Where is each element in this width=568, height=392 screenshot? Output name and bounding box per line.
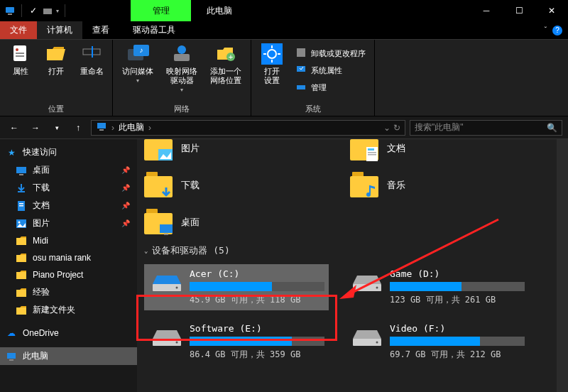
svg-line-58: [348, 219, 498, 295]
drive-item[interactable]: Acer (C:)45.9 GB 可用，共 118 GB: [144, 264, 329, 310]
address-bar-row: ← → ▾ ↑ › 此电脑 › ⌄ ↻ 搜索"此电脑" 🔍: [0, 116, 568, 139]
btn-open-settings[interactable]: 打开 设置: [257, 43, 287, 85]
open-folder-icon: [45, 43, 67, 65]
btn-rename[interactable]: 重命名: [77, 43, 106, 76]
btn-map-network-drive[interactable]: 映射网络 驱动器▾: [163, 43, 201, 93]
folder-name: 文档: [387, 142, 405, 155]
nav-tree[interactable]: ★ 快速访问 桌面📌下载📌文档📌图片📌Midiosu mania rankPia…: [0, 139, 137, 392]
qat-chevron-icon[interactable]: ▾: [56, 8, 59, 14]
lnk-manage[interactable]: 管理: [293, 80, 368, 95]
svg-marker-59: [339, 285, 356, 299]
addr-dropdown-icon[interactable]: ⌄: [383, 123, 390, 133]
picture-icon: [16, 218, 27, 229]
help-icon[interactable]: ?: [552, 26, 562, 36]
sidebar-item[interactable]: 下载📌: [0, 179, 137, 197]
svg-rect-37: [16, 272, 26, 279]
addr-refresh-icon[interactable]: ↻: [393, 123, 400, 133]
drive-usage-text: 69.7 GB 可用，共 212 GB: [390, 349, 525, 361]
folder-item[interactable]: 音乐: [350, 172, 520, 199]
folder-item[interactable]: 文档: [350, 139, 520, 162]
nav-back-button[interactable]: ←: [6, 119, 23, 136]
svg-text:+: +: [229, 53, 233, 61]
group-system-label: 系统: [257, 102, 368, 114]
nav-quick-access[interactable]: ★ 快速访问: [0, 143, 137, 161]
svg-rect-2: [43, 9, 52, 14]
nav-recent-button[interactable]: ▾: [48, 119, 65, 136]
sidebar-item[interactable]: 经验: [0, 283, 137, 301]
minimize-button[interactable]: ─: [470, 0, 503, 21]
svg-rect-49: [164, 234, 168, 235]
tab-drive-tools[interactable]: 驱动器工具: [123, 21, 185, 39]
scrollbar-vertical[interactable]: [557, 139, 568, 392]
group-network-label: 网络: [119, 102, 245, 114]
pin-icon: 📌: [121, 219, 130, 227]
lnk-system-properties[interactable]: 系统属性: [293, 62, 368, 78]
svg-rect-46: [368, 154, 376, 156]
svg-rect-23: [297, 66, 305, 72]
sidebar-item-label: osu mania rank: [33, 253, 91, 263]
svg-rect-29: [18, 191, 25, 192]
folder-item[interactable]: 图片: [144, 139, 315, 162]
nav-forward-button[interactable]: →: [27, 119, 44, 136]
svg-rect-32: [19, 205, 23, 207]
sidebar-item[interactable]: Piano Project: [0, 266, 137, 283]
svg-point-13: [178, 45, 186, 54]
search-input[interactable]: 搜索"此电脑" 🔍: [410, 120, 562, 136]
address-bar[interactable]: › 此电脑 › ⌄ ↻: [91, 120, 405, 136]
svg-rect-0: [6, 7, 14, 13]
document-icon: [16, 200, 27, 212]
close-button[interactable]: ✕: [535, 0, 568, 21]
qat-folder-icon[interactable]: [42, 5, 53, 16]
qat-check-icon[interactable]: ✓: [28, 5, 39, 16]
folder-icon: [16, 287, 27, 298]
search-icon: 🔍: [547, 123, 557, 133]
folder-item[interactable]: 桌面: [144, 209, 315, 236]
nav-onedrive[interactable]: ☁ OneDrive: [0, 325, 137, 342]
context-tab-manage[interactable]: 管理: [131, 0, 191, 21]
sidebar-item[interactable]: osu mania rank: [0, 249, 137, 266]
tab-file[interactable]: 文件: [0, 21, 37, 39]
download-icon: [16, 183, 27, 194]
nav-this-pc[interactable]: 此电脑: [0, 347, 137, 365]
onedrive-icon: ☁: [6, 327, 17, 339]
btn-access-media[interactable]: ♪ 访问媒体▾: [119, 43, 157, 84]
nav-up-button[interactable]: ↑: [70, 119, 87, 136]
btn-open[interactable]: 打开: [41, 43, 71, 76]
tab-view[interactable]: 查看: [82, 21, 119, 39]
sidebar-item-label: 经验: [33, 286, 50, 298]
desktop-icon: [16, 165, 27, 176]
svg-point-47: [366, 192, 371, 197]
svg-rect-26: [99, 129, 104, 131]
folder-icon: [16, 305, 27, 316]
chevron-right-icon[interactable]: ›: [111, 123, 114, 133]
tab-computer[interactable]: 计算机: [37, 21, 82, 39]
lnk-uninstall[interactable]: 卸载或更改程序: [293, 45, 368, 61]
sidebar-item-label: 桌面: [33, 164, 50, 176]
sidebar-item[interactable]: Midi: [0, 232, 137, 249]
sidebar-item[interactable]: 文档📌: [0, 197, 137, 214]
map-drive-icon: [170, 43, 193, 65]
search-placeholder: 搜索"此电脑": [415, 121, 542, 134]
folder-item[interactable]: 下载: [144, 172, 315, 199]
svg-rect-31: [19, 203, 23, 205]
breadcrumb-thispc[interactable]: 此电脑: [119, 121, 144, 134]
drive-usage-text: 86.4 GB 可用，共 359 GB: [190, 349, 324, 361]
sysprops-icon: [295, 64, 307, 77]
collapse-ribbon-icon[interactable]: ˇ: [545, 26, 547, 34]
btn-properties[interactable]: 属性: [6, 43, 36, 76]
svg-rect-40: [7, 353, 16, 359]
svg-point-34: [18, 221, 21, 223]
sidebar-item[interactable]: 图片📌: [0, 214, 137, 232]
maximize-button[interactable]: ☐: [503, 0, 535, 21]
chevron-right-icon[interactable]: ›: [148, 123, 151, 133]
drive-icon: [349, 323, 383, 349]
btn-add-network-location[interactable]: + 添加一个 网络位置: [207, 43, 245, 85]
svg-point-57: [376, 342, 378, 344]
sidebar-item[interactable]: 桌面📌: [0, 161, 137, 179]
sidebar-item[interactable]: 新建文件夹: [0, 301, 137, 319]
titlebar: ✓ ▾ 管理 此电脑 ─ ☐ ✕: [0, 0, 568, 21]
drive-item[interactable]: Software (E:)86.4 GB 可用，共 359 GB: [144, 319, 329, 365]
drive-item[interactable]: Video (F:)69.7 GB 可用，共 212 GB: [344, 319, 529, 365]
svg-point-51: [176, 287, 178, 289]
sidebar-item-label: 新建文件夹: [33, 304, 75, 316]
